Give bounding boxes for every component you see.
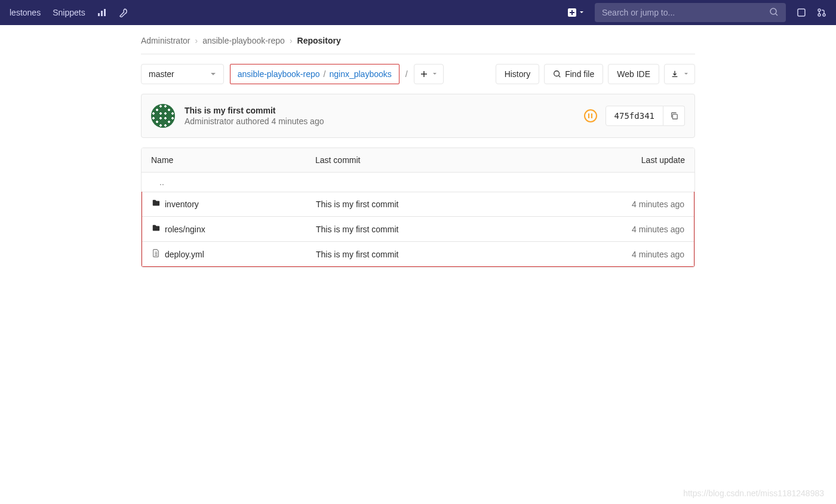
search-box[interactable] — [595, 3, 786, 22]
svg-rect-5 — [798, 9, 805, 16]
highlighted-rows: inventoryThis is my first commit4 minute… — [142, 192, 694, 267]
file-table-header: Name Last commit Last update — [142, 148, 694, 173]
chevron-down-icon — [432, 72, 437, 76]
svg-rect-2 — [104, 9, 106, 16]
table-row: deploy.ymlThis is my first commit4 minut… — [142, 242, 694, 266]
header-commit: Last commit — [315, 155, 595, 165]
toolbar-actions: History Find file Web IDE — [496, 64, 695, 84]
file-icon — [152, 249, 160, 259]
file-update-time: 4 minutes ago — [595, 199, 684, 209]
parent-directory-link[interactable]: .. — [142, 173, 694, 192]
file-name-link[interactable]: deploy.yml — [165, 250, 204, 259]
table-row: inventoryThis is my first commit4 minute… — [142, 192, 694, 217]
svg-point-8 — [823, 14, 825, 16]
topnav-right-group — [567, 3, 826, 22]
copy-icon — [670, 112, 678, 120]
svg-rect-0 — [98, 13, 100, 16]
main-content: Administrator › ansible-playbook-repo › … — [131, 25, 705, 268]
nav-milestones[interactable]: lestones — [10, 8, 41, 17]
nav-snippets[interactable]: Snippets — [53, 8, 85, 17]
file-update-time: 4 minutes ago — [595, 250, 684, 259]
commit-sha[interactable]: 475fd341 — [606, 106, 663, 126]
chevron-right-icon: › — [195, 36, 198, 45]
download-button[interactable] — [664, 64, 695, 84]
file-name-link[interactable]: inventory — [165, 199, 199, 209]
file-name-cell: inventory — [152, 199, 316, 209]
breadcrumb-current: Repository — [297, 36, 341, 45]
wrench-icon[interactable] — [119, 8, 128, 17]
avatar[interactable] — [151, 104, 175, 128]
commit-author[interactable]: Administrator — [185, 116, 233, 126]
file-table: Name Last commit Last update .. inventor… — [141, 147, 695, 268]
commit-time: 4 minutes ago — [272, 116, 324, 126]
file-name-cell: roles/nginx — [152, 224, 316, 234]
find-file-button[interactable]: Find file — [544, 64, 603, 84]
download-icon — [671, 70, 679, 78]
add-button[interactable] — [414, 64, 444, 84]
chevron-down-icon — [579, 10, 584, 15]
commit-meta: Administrator authored 4 minutes ago — [185, 116, 584, 126]
history-button[interactable]: History — [496, 64, 540, 84]
commit-sha-group: 475fd341 — [606, 106, 685, 126]
svg-point-9 — [554, 71, 560, 76]
svg-rect-10 — [672, 114, 677, 119]
search-icon — [553, 70, 561, 78]
chevron-down-icon — [210, 71, 216, 77]
last-commit-panel: This is my first commit Administrator au… — [141, 94, 695, 138]
commit-actions: 475fd341 — [584, 106, 685, 126]
find-file-label: Find file — [565, 69, 594, 79]
folder-icon — [152, 199, 160, 209]
merge-requests-icon[interactable] — [817, 8, 826, 17]
commit-title[interactable]: This is my first commit — [185, 106, 584, 115]
plus-icon — [420, 70, 428, 78]
breadcrumb: Administrator › ansible-playbook-repo › … — [141, 25, 695, 54]
repo-toolbar: master ansible-playbook-repo / nginx_pla… — [141, 54, 695, 94]
search-icon — [769, 7, 779, 19]
table-row: roles/nginxThis is my first commit4 minu… — [142, 217, 694, 242]
copy-sha-button[interactable] — [663, 106, 685, 126]
issues-icon[interactable] — [797, 8, 806, 17]
chevron-right-icon: › — [290, 36, 293, 45]
commit-info: This is my first commit Administrator au… — [185, 106, 584, 126]
svg-point-7 — [818, 14, 820, 16]
header-name: Name — [151, 155, 315, 165]
new-dropdown[interactable] — [567, 8, 584, 17]
folder-icon — [152, 224, 160, 234]
file-name-link[interactable]: roles/nginx — [165, 225, 205, 234]
chevron-down-icon — [684, 72, 689, 76]
path-breadcrumb: ansible-playbook-repo / nginx_playbooks — [230, 64, 399, 84]
pipeline-status-icon[interactable] — [584, 109, 597, 122]
svg-rect-1 — [101, 11, 103, 16]
svg-point-4 — [770, 8, 776, 14]
file-commit-link[interactable]: This is my first commit — [316, 225, 595, 234]
activity-icon[interactable] — [97, 8, 107, 17]
breadcrumb-admin[interactable]: Administrator — [141, 36, 190, 45]
top-navigation: lestones Snippets — [0, 0, 836, 25]
web-ide-button[interactable]: Web IDE — [608, 64, 659, 84]
plus-square-icon — [567, 8, 577, 17]
file-update-time: 4 minutes ago — [595, 225, 684, 234]
search-input[interactable] — [602, 8, 769, 17]
topnav-left-group: lestones Snippets — [10, 8, 128, 17]
branch-name: master — [149, 69, 174, 79]
breadcrumb-repo[interactable]: ansible-playbook-repo — [202, 36, 285, 45]
svg-point-6 — [818, 9, 820, 11]
path-sub[interactable]: nginx_playbooks — [329, 69, 391, 79]
path-root[interactable]: ansible-playbook-repo — [238, 69, 320, 79]
branch-selector[interactable]: master — [141, 64, 224, 84]
file-commit-link[interactable]: This is my first commit — [316, 250, 595, 259]
file-name-cell: deploy.yml — [152, 249, 316, 259]
file-commit-link[interactable]: This is my first commit — [316, 199, 595, 209]
header-update: Last update — [595, 155, 685, 165]
